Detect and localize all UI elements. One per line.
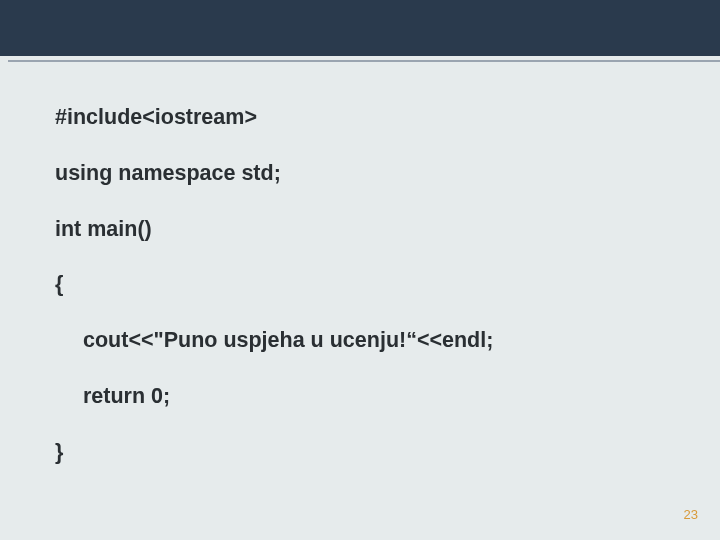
code-line-return: return 0; [55, 384, 680, 410]
code-line-main: int main() [55, 217, 680, 243]
header-stripe [0, 0, 720, 56]
code-line-close-brace: } [55, 440, 680, 466]
code-line-cout: cout<<"Puno uspjeha u ucenju!“<<endl; [55, 328, 680, 354]
divider-line [8, 60, 720, 62]
page-number: 23 [684, 507, 698, 522]
code-line-using: using namespace std; [55, 161, 680, 187]
code-line-open-brace: { [55, 272, 680, 298]
code-block: #include<iostream> using namespace std; … [55, 105, 680, 496]
slide: #include<iostream> using namespace std; … [0, 0, 720, 540]
code-line-include: #include<iostream> [55, 105, 680, 131]
